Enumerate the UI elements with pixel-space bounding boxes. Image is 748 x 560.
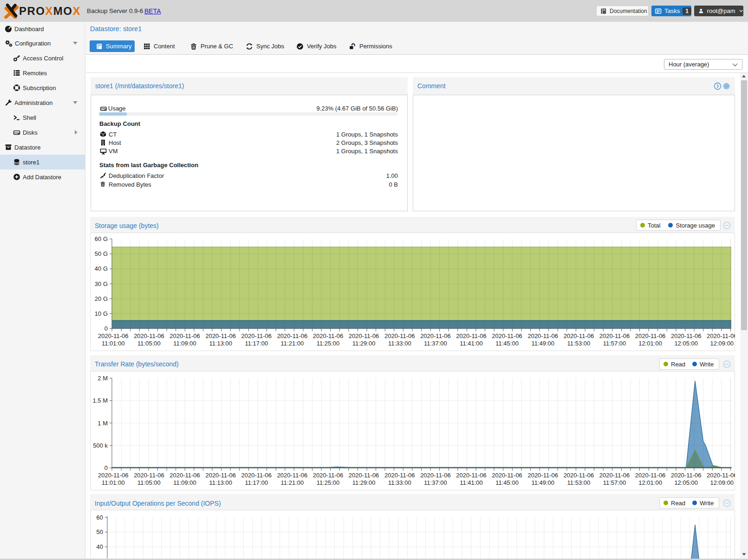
svg-text:12:09:00: 12:09:00 [710, 340, 734, 347]
svg-text:2020-11-06: 2020-11-06 [349, 332, 379, 339]
svg-text:2020-11-06: 2020-11-06 [134, 472, 164, 479]
svg-text:2020-11-06: 2020-11-06 [277, 472, 308, 479]
svg-text:11:09:00: 11:09:00 [173, 340, 196, 347]
svg-text:11:17:00: 11:17:00 [245, 340, 268, 347]
svg-text:2 M: 2 M [98, 375, 108, 382]
svg-text:2020-11-06: 2020-11-06 [564, 472, 594, 479]
svg-text:2020-11-06: 2020-11-06 [564, 332, 594, 339]
svg-text:2020-11-06: 2020-11-06 [241, 332, 272, 339]
svg-text:11:37:00: 11:37:00 [424, 479, 447, 486]
svg-text:1.5 M: 1.5 M [92, 397, 108, 404]
svg-text:11:17:00: 11:17:00 [245, 479, 268, 486]
svg-text:11:01:00: 11:01:00 [102, 479, 125, 486]
svg-text:10 G: 10 G [95, 310, 108, 317]
svg-text:2020-11-06: 2020-11-06 [313, 472, 344, 479]
svg-text:11:13:00: 11:13:00 [209, 479, 232, 486]
svg-text:11:25:00: 11:25:00 [317, 479, 340, 486]
svg-text:12:01:00: 12:01:00 [638, 479, 662, 486]
svg-text:2020-11-06: 2020-11-06 [527, 472, 558, 479]
svg-text:30 G: 30 G [95, 280, 108, 287]
svg-text:2020-11-06: 2020-11-06 [205, 472, 236, 479]
svg-text:2020-11-06: 2020-11-06 [169, 332, 200, 339]
svg-text:2020-11-06: 2020-11-06 [527, 332, 558, 339]
svg-text:2020-11-06: 2020-11-06 [384, 332, 415, 339]
svg-text:11:45:00: 11:45:00 [495, 340, 519, 347]
svg-text:11:45:00: 11:45:00 [495, 479, 519, 486]
svg-text:40: 40 [97, 543, 103, 550]
svg-text:0: 0 [104, 325, 108, 332]
svg-text:11:37:00: 11:37:00 [424, 340, 447, 347]
svg-text:11:41:00: 11:41:00 [460, 340, 483, 347]
svg-text:2020-11-06: 2020-11-06 [599, 472, 630, 479]
svg-text:2020-11-06: 2020-11-06 [313, 332, 344, 339]
svg-text:2020-11-06: 2020-11-06 [635, 332, 666, 339]
svg-text:2020-11-06: 2020-11-06 [707, 332, 737, 339]
svg-text:60 G: 60 G [95, 235, 108, 242]
svg-text:2020-11-06: 2020-11-06 [98, 472, 129, 479]
svg-text:11:49:00: 11:49:00 [531, 479, 554, 486]
svg-text:2020-11-06: 2020-11-06 [205, 332, 236, 339]
svg-text:40 G: 40 G [95, 265, 108, 272]
svg-text:2020-11-06: 2020-11-06 [349, 472, 379, 479]
svg-text:12:01:00: 12:01:00 [638, 340, 662, 347]
svg-text:11:29:00: 11:29:00 [352, 479, 376, 486]
svg-text:11:13:00: 11:13:00 [209, 340, 232, 347]
svg-text:12:05:00: 12:05:00 [674, 340, 698, 347]
svg-text:2020-11-06: 2020-11-06 [169, 472, 200, 479]
svg-text:2020-11-06: 2020-11-06 [134, 332, 164, 339]
svg-text:2020-11-06: 2020-11-06 [635, 472, 666, 479]
svg-text:500 k: 500 k [93, 442, 108, 449]
svg-text:2020-11-06: 2020-11-06 [98, 332, 129, 339]
svg-text:12:09:00: 12:09:00 [710, 479, 734, 486]
svg-text:12:05:00: 12:05:00 [674, 479, 698, 486]
svg-text:11:21:00: 11:21:00 [281, 340, 304, 347]
svg-text:50: 50 [97, 528, 103, 535]
svg-text:20 G: 20 G [95, 295, 108, 302]
svg-text:11:01:00: 11:01:00 [102, 340, 125, 347]
svg-text:11:41:00: 11:41:00 [460, 479, 483, 486]
svg-text:11:33:00: 11:33:00 [388, 340, 411, 347]
svg-text:2020-11-06: 2020-11-06 [599, 332, 630, 339]
svg-text:50 G: 50 G [95, 250, 108, 257]
svg-text:0: 0 [104, 464, 108, 471]
svg-text:11:05:00: 11:05:00 [137, 479, 161, 486]
svg-text:2020-11-06: 2020-11-06 [420, 472, 451, 479]
svg-text:11:21:00: 11:21:00 [281, 479, 304, 486]
svg-text:2020-11-06: 2020-11-06 [456, 472, 487, 479]
svg-text:11:33:00: 11:33:00 [388, 479, 411, 486]
svg-text:11:53:00: 11:53:00 [567, 340, 591, 347]
svg-text:2020-11-06: 2020-11-06 [492, 332, 522, 339]
svg-text:2020-11-06: 2020-11-06 [420, 332, 451, 339]
svg-text:2020-11-06: 2020-11-06 [384, 472, 415, 479]
svg-text:60: 60 [97, 514, 103, 521]
svg-text:11:49:00: 11:49:00 [531, 340, 554, 347]
svg-text:11:25:00: 11:25:00 [317, 340, 340, 347]
svg-text:11:09:00: 11:09:00 [173, 479, 196, 486]
svg-text:1 M: 1 M [98, 420, 108, 427]
svg-text:2020-11-06: 2020-11-06 [492, 472, 522, 479]
svg-text:2020-11-06: 2020-11-06 [456, 332, 487, 339]
svg-text:2020-11-06: 2020-11-06 [671, 332, 702, 339]
svg-text:11:05:00: 11:05:00 [137, 340, 161, 347]
svg-text:11:29:00: 11:29:00 [352, 340, 376, 347]
svg-text:11:57:00: 11:57:00 [603, 479, 626, 486]
svg-text:11:53:00: 11:53:00 [567, 479, 591, 486]
svg-text:2020-11-06: 2020-11-06 [707, 472, 737, 479]
svg-text:2020-11-06: 2020-11-06 [241, 472, 272, 479]
svg-text:11:57:00: 11:57:00 [603, 340, 626, 347]
svg-text:2020-11-06: 2020-11-06 [277, 332, 308, 339]
svg-text:2020-11-06: 2020-11-06 [671, 472, 702, 479]
